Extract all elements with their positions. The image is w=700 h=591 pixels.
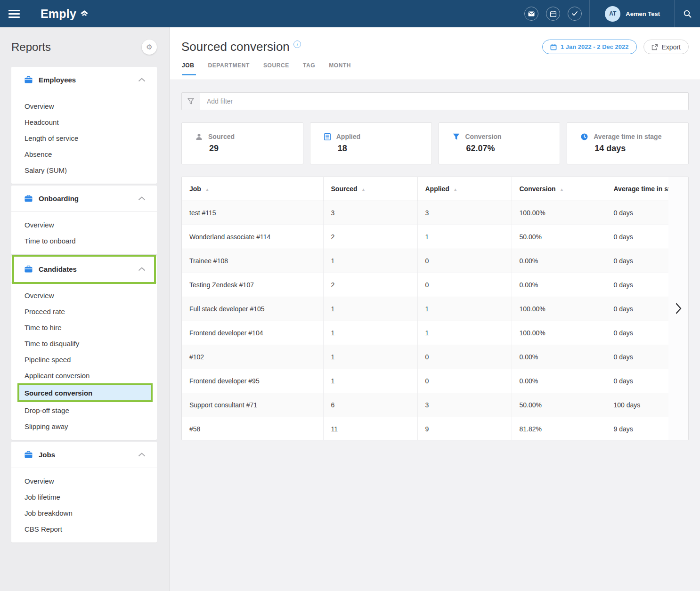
table-cell: 2 bbox=[323, 225, 417, 249]
sidebar-section-onboarding: OnboardingOverviewTime to onboard bbox=[11, 186, 157, 254]
filter-input[interactable] bbox=[200, 97, 688, 105]
table-cell: Frontend developer #95 bbox=[182, 369, 323, 393]
sidebar-item-overview[interactable]: Overview bbox=[11, 217, 157, 233]
sidebar-item-applicant-conversion[interactable]: Applicant conversion bbox=[11, 367, 157, 383]
results-table-card: Job▲Sourced▲Applied▲Conversion▲Average t… bbox=[181, 177, 689, 440]
section-label: Onboarding bbox=[39, 194, 138, 202]
table-cell: Support consultant #71 bbox=[182, 393, 323, 417]
column-header-average-time-in-stage[interactable]: Average time in stage▲ bbox=[606, 177, 668, 201]
sidebar-item-time-to-hire[interactable]: Time to hire bbox=[11, 319, 157, 335]
table-cell: 0 days bbox=[606, 201, 668, 225]
table-cell: 0.00% bbox=[512, 345, 606, 369]
tasks-button[interactable] bbox=[568, 7, 582, 21]
sidebar-item-pipeline-speed[interactable]: Pipeline speed bbox=[11, 351, 157, 367]
table-cell: Frontend developer #104 bbox=[182, 321, 323, 345]
results-table: Job▲Sourced▲Applied▲Conversion▲Average t… bbox=[182, 177, 668, 440]
messages-button[interactable] bbox=[524, 7, 538, 21]
sidebar-item-time-to-disqualify[interactable]: Time to disqualify bbox=[11, 335, 157, 351]
sidebar-item-sourced-conversion[interactable]: Sourced conversion bbox=[17, 383, 153, 402]
table-cell: 50.00% bbox=[512, 225, 606, 249]
tab-department[interactable]: DEPARTMENT bbox=[208, 62, 249, 75]
table-scroll-right-button[interactable] bbox=[668, 177, 688, 440]
export-icon bbox=[651, 44, 658, 50]
sidebar-title: Reports bbox=[11, 40, 51, 54]
tab-source[interactable]: SOURCE bbox=[263, 62, 289, 75]
avatar: AT bbox=[605, 6, 620, 22]
section-header-jobs[interactable]: Jobs bbox=[11, 442, 157, 468]
tab-tag[interactable]: TAG bbox=[303, 62, 315, 75]
section-header-employees[interactable]: Employees bbox=[11, 67, 157, 93]
date-range-button[interactable]: 1 Jan 2022 - 2 Dec 2022 bbox=[542, 40, 637, 54]
sidebar-item-headcount[interactable]: Headcount bbox=[11, 114, 157, 130]
sort-caret-icon: ▲ bbox=[560, 187, 564, 192]
column-header-sourced[interactable]: Sourced▲ bbox=[323, 177, 417, 201]
table-row[interactable]: Testing Zendesk #107200.00%0 days bbox=[182, 273, 668, 297]
column-header-conversion[interactable]: Conversion▲ bbox=[512, 177, 606, 201]
sidebar-item-salary-sum-[interactable]: Salary (SUM) bbox=[11, 162, 157, 178]
sidebar-item-proceed-rate[interactable]: Proceed rate bbox=[11, 303, 157, 319]
column-header-job[interactable]: Job▲ bbox=[182, 177, 323, 201]
sidebar-section-employees: EmployeesOverviewHeadcountLength of serv… bbox=[11, 67, 157, 184]
sidebar-item-slipping-away[interactable]: Slipping away bbox=[11, 418, 157, 434]
calendar-icon bbox=[550, 44, 557, 50]
tab-job[interactable]: JOB bbox=[182, 62, 194, 75]
chevron-right-icon bbox=[676, 303, 682, 314]
table-row[interactable]: Frontend developer #95100.00%0 days bbox=[182, 369, 668, 393]
sidebar-item-job-breakdown[interactable]: Job breakdown bbox=[11, 505, 157, 521]
table-cell: 0.00% bbox=[512, 369, 606, 393]
sidebar-settings-button[interactable]: ⚙ bbox=[142, 40, 157, 55]
briefcase-icon bbox=[24, 266, 33, 273]
export-label: Export bbox=[662, 43, 681, 51]
table-cell: 1 bbox=[323, 297, 417, 321]
table-cell: 6 bbox=[323, 393, 417, 417]
search-button[interactable] bbox=[675, 0, 700, 27]
hamburger-menu-button[interactable] bbox=[0, 0, 28, 27]
report-content: Sourced29Applied18Conversion62.07%Averag… bbox=[170, 81, 700, 591]
info-icon[interactable]: i bbox=[293, 40, 301, 48]
calendar-button[interactable] bbox=[546, 7, 560, 21]
hamburger-icon bbox=[8, 8, 20, 20]
export-button[interactable]: Export bbox=[643, 40, 689, 54]
table-row[interactable]: test #11533100.00%0 days bbox=[182, 201, 668, 225]
table-row[interactable]: Full stack developer #10511100.00%0 days bbox=[182, 297, 668, 321]
user-menu[interactable]: AT Aemen Test bbox=[590, 6, 674, 22]
sidebar-item-length-of-service[interactable]: Length of service bbox=[11, 130, 157, 146]
table-cell: 100 days bbox=[606, 393, 668, 417]
table-row[interactable]: Trainee #108100.00%0 days bbox=[182, 249, 668, 273]
table-row[interactable]: #102100.00%0 days bbox=[182, 345, 668, 369]
brand-logo[interactable]: Emply bbox=[41, 7, 90, 21]
table-cell: 0 days bbox=[606, 297, 668, 321]
sidebar-item-overview[interactable]: Overview bbox=[11, 98, 157, 114]
table-cell: #102 bbox=[182, 345, 323, 369]
sidebar-item-cbs-report[interactable]: CBS Report bbox=[11, 521, 157, 537]
section-header-onboarding[interactable]: Onboarding bbox=[11, 186, 157, 212]
check-icon bbox=[572, 11, 578, 16]
filter-icon-cell[interactable] bbox=[182, 93, 200, 110]
sidebar-item-job-lifetime[interactable]: Job lifetime bbox=[11, 489, 157, 505]
column-header-applied[interactable]: Applied▲ bbox=[417, 177, 512, 201]
table-cell: Testing Zendesk #107 bbox=[182, 273, 323, 297]
sidebar-section-jobs: JobsOverviewJob lifetimeJob breakdownCBS… bbox=[11, 442, 157, 542]
sidebar-item-drop-off-stage[interactable]: Drop-off stage bbox=[11, 402, 157, 418]
table-cell: 0 days bbox=[606, 225, 668, 249]
table-cell: 100.00% bbox=[512, 297, 606, 321]
sidebar-item-overview[interactable]: Overview bbox=[11, 287, 157, 303]
table-row[interactable]: Support consultant #716350.00%100 days bbox=[182, 393, 668, 417]
clock-icon bbox=[581, 133, 588, 140]
table-cell: 1 bbox=[323, 345, 417, 369]
reports-sidebar: Reports ⚙ EmployeesOverviewHeadcountLeng… bbox=[0, 27, 170, 591]
gear-icon: ⚙ bbox=[146, 43, 152, 51]
section-header-candidates[interactable]: Candidates bbox=[11, 256, 157, 283]
stat-value: 18 bbox=[338, 144, 431, 154]
sidebar-item-overview[interactable]: Overview bbox=[11, 473, 157, 489]
sidebar-item-time-to-onboard[interactable]: Time to onboard bbox=[11, 233, 157, 249]
table-row[interactable]: Frontend developer #10411100.00%0 days bbox=[182, 321, 668, 345]
tab-month[interactable]: MONTH bbox=[329, 62, 351, 75]
table-cell: 0 days bbox=[606, 249, 668, 273]
chevron-up-icon bbox=[138, 267, 146, 271]
sidebar-item-absence[interactable]: Absence bbox=[11, 146, 157, 162]
table-row[interactable]: #5811981.82%9 days bbox=[182, 417, 668, 440]
table-row[interactable]: Wonderland associate #1142150.00%0 days bbox=[182, 225, 668, 249]
briefcase-icon bbox=[24, 451, 33, 458]
table-cell: 1 bbox=[417, 321, 512, 345]
